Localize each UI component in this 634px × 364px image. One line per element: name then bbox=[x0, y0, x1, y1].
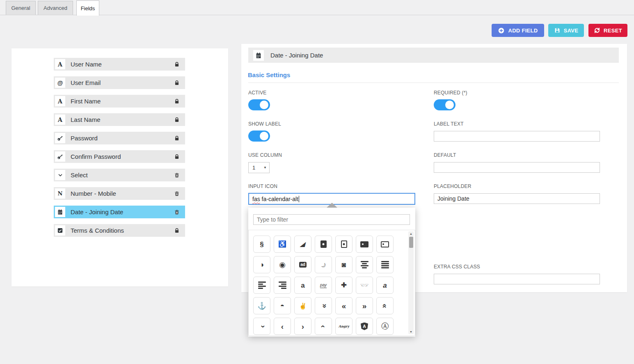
lock-icon[interactable] bbox=[172, 98, 181, 104]
lock-icon[interactable] bbox=[172, 154, 181, 160]
icon-option-adn[interactable]: ◉ bbox=[274, 256, 291, 273]
trash-icon[interactable] bbox=[172, 209, 181, 215]
letter-a-icon: A bbox=[55, 59, 65, 69]
icon-option-angle-double-up[interactable]: « bbox=[376, 297, 394, 314]
lock-icon[interactable] bbox=[172, 80, 181, 86]
icon-option-angle-left[interactable]: ‹ bbox=[274, 318, 291, 335]
tab-advanced[interactable]: Advanced bbox=[38, 1, 73, 15]
icon-option-angle-double-right[interactable]: » bbox=[356, 297, 373, 314]
icon-option-address-book-regular[interactable] bbox=[335, 236, 352, 253]
icon-option-adjust[interactable]: ◑ bbox=[253, 256, 270, 273]
tab-fields[interactable]: Fields bbox=[76, 0, 99, 16]
field-item-user-email[interactable]: @ User Email bbox=[54, 76, 185, 89]
scroll-down-arrow[interactable]: ▼ bbox=[408, 330, 414, 334]
icon-option-ambulance[interactable]: ✚ bbox=[335, 277, 352, 294]
icon-filter-input[interactable] bbox=[253, 214, 410, 225]
field-item-confirm-password[interactable]: Confirm Password bbox=[54, 150, 185, 163]
field-item-select[interactable]: Select bbox=[54, 169, 185, 181]
lock-icon[interactable] bbox=[172, 228, 181, 234]
field-item-date-joining-date[interactable]: Date - Joining Date bbox=[54, 206, 185, 218]
label-text-input[interactable] bbox=[434, 131, 600, 142]
active-label: ACTIVE bbox=[248, 90, 267, 96]
default-input[interactable] bbox=[434, 162, 600, 173]
fields-list-panel: A User Name @ User Email A First Name A … bbox=[11, 48, 228, 286]
icon-option-angle-down[interactable]: ‹ bbox=[253, 318, 270, 335]
add-field-button[interactable]: ADD FIELD bbox=[492, 24, 544, 37]
scroll-thumb[interactable] bbox=[409, 237, 413, 248]
icon-option-angle-double-left[interactable]: « bbox=[335, 297, 352, 314]
placeholder-input[interactable] bbox=[434, 193, 600, 204]
icon-option-align-left[interactable] bbox=[253, 277, 270, 294]
lock-icon[interactable] bbox=[172, 62, 181, 67]
trash-icon[interactable] bbox=[172, 191, 181, 197]
icon-option-accusoft[interactable]: ◢ bbox=[294, 236, 311, 253]
icon-option-align-justify[interactable] bbox=[376, 256, 394, 273]
letter-a-icon: A bbox=[55, 114, 65, 125]
icon-option-500px[interactable]: § bbox=[253, 236, 270, 253]
icon-option-align-center[interactable] bbox=[356, 256, 373, 273]
icon-option-address-card-regular[interactable] bbox=[376, 236, 394, 253]
icon-option-amilia[interactable]: a bbox=[376, 277, 394, 294]
text-cursor bbox=[299, 196, 299, 202]
icon-option-android[interactable]: ◓ bbox=[274, 297, 291, 314]
show-label-label: SHOW LABEL bbox=[248, 121, 281, 127]
icon-option-app-store[interactable]: Ⓐ bbox=[376, 318, 394, 335]
field-item-number-mobile[interactable]: N Number - Mobile bbox=[54, 187, 185, 200]
save-icon bbox=[554, 27, 561, 34]
field-item-user-name[interactable]: A User Name bbox=[54, 58, 185, 71]
icon-option-angellist[interactable]: ✌ bbox=[294, 297, 311, 314]
icon-option-ad[interactable]: ad bbox=[294, 256, 311, 273]
key-icon bbox=[55, 133, 65, 143]
chevron-down-icon bbox=[55, 170, 65, 180]
icon-option-angle-double-down[interactable]: « bbox=[315, 297, 332, 314]
popover-arrow-icon bbox=[327, 203, 337, 208]
reset-button[interactable]: RESET bbox=[588, 24, 627, 37]
key-icon bbox=[55, 151, 65, 162]
icon-option-angle-up[interactable]: ‹ bbox=[315, 318, 332, 335]
icon-option-adversal[interactable]: ☽ bbox=[315, 256, 332, 273]
icon-option-address-card[interactable] bbox=[356, 236, 373, 253]
required-label: REQUIRED (*) bbox=[434, 90, 467, 96]
required-toggle[interactable] bbox=[434, 99, 455, 110]
icon-grid-box: §♿◢◑◉ad☽◙apay✚☜☞a⚓◓✌««»«‹‹›‹AngryAⒶ ▲ ▼ bbox=[248, 230, 415, 336]
tab-general[interactable]: General bbox=[6, 1, 36, 15]
icon-grid: §♿◢◑◉ad☽◙apay✚☜☞a⚓◓✌««»«‹‹›‹AngryAⒶ bbox=[253, 236, 394, 335]
icon-grid-scrollbar[interactable]: ▲ ▼ bbox=[408, 231, 414, 334]
icon-option-angle-right[interactable]: › bbox=[294, 318, 311, 335]
sync-icon bbox=[594, 27, 600, 34]
input-icon-label: INPUT ICON bbox=[248, 183, 277, 189]
save-button[interactable]: SAVE bbox=[548, 24, 584, 37]
section-divider bbox=[248, 82, 619, 83]
field-item-terms-conditions[interactable]: Terms & Conditions bbox=[54, 224, 185, 237]
use-column-select[interactable]: 1 ▼ bbox=[248, 162, 270, 173]
icon-option-amazon-pay[interactable]: pay bbox=[315, 277, 332, 294]
icon-option-angrycreative[interactable]: Angry bbox=[335, 318, 352, 335]
active-toggle[interactable] bbox=[248, 99, 270, 110]
at-icon: @ bbox=[55, 78, 65, 88]
show-label-toggle[interactable] bbox=[248, 130, 270, 142]
plus-circle-icon bbox=[498, 27, 505, 34]
field-item-last-name[interactable]: A Last Name bbox=[54, 113, 185, 126]
field-item-password[interactable]: Password bbox=[54, 132, 185, 144]
field-item-first-name[interactable]: A First Name bbox=[54, 95, 185, 108]
icon-option-accessible-icon[interactable]: ♿ bbox=[274, 236, 291, 253]
icon-option-anchor[interactable]: ⚓ bbox=[253, 297, 270, 314]
default-label: DEFAULT bbox=[434, 152, 456, 158]
calendar-icon bbox=[55, 207, 65, 217]
trash-icon[interactable] bbox=[172, 172, 181, 178]
scroll-up-arrow[interactable]: ▲ bbox=[408, 231, 414, 236]
placeholder-label: PLACEHOLDER bbox=[434, 183, 471, 189]
label-text-label: LABEL TEXT bbox=[434, 121, 464, 127]
icon-option-align-right[interactable] bbox=[274, 277, 291, 294]
icon-option-address-book[interactable] bbox=[315, 236, 332, 253]
extra-css-class-label: EXTRA CSS CLASS bbox=[434, 264, 480, 270]
editor-title: Date - Joining Date bbox=[270, 52, 323, 59]
icon-option-american-sign-language-interpreting[interactable]: ☜☞ bbox=[356, 277, 373, 294]
lock-icon[interactable] bbox=[172, 135, 181, 141]
icon-option-air-freshener[interactable]: ◙ bbox=[335, 256, 352, 273]
extra-css-class-input[interactable] bbox=[434, 274, 600, 284]
icon-option-amazon[interactable]: a bbox=[294, 277, 311, 294]
lock-icon[interactable] bbox=[172, 117, 181, 123]
select-caret-icon: ▼ bbox=[263, 166, 267, 169]
icon-option-angular[interactable]: A bbox=[356, 318, 373, 335]
